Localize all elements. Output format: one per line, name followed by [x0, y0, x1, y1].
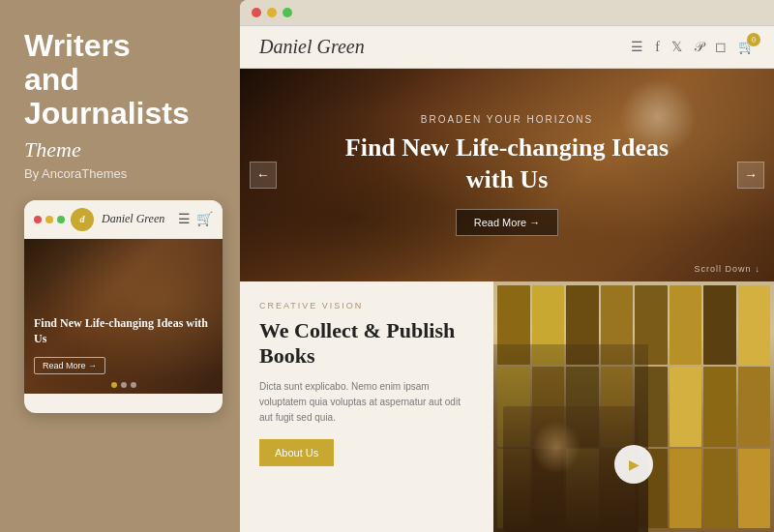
mobile-hero-title: Find New Life-changing Ideas with Us [34, 316, 213, 346]
mobile-hero-overlay: Find New Life-changing Ideas with Us Rea… [34, 316, 213, 373]
content-body-text: Dicta sunt explicabo. Nemo enim ipsam vo… [259, 379, 474, 426]
mobile-read-more-button[interactable]: Read More → [34, 357, 105, 374]
hero-title: Find New Life-changing Ideas with Us [342, 133, 671, 195]
creative-vision-label: CREATIVE VISION [259, 301, 474, 310]
mobile-dot-red [34, 216, 42, 223]
hero-section: BROADEN YOUR HORIZONS Find New Life-chan… [240, 69, 774, 281]
browser-dot-red [252, 8, 261, 17]
mobile-dot-yellow [45, 216, 53, 223]
mobile-hero: Find New Life-changing Ideas with Us Rea… [24, 239, 223, 394]
theme-label: Theme [24, 137, 221, 163]
about-us-button[interactable]: About Us [259, 439, 334, 466]
scroll-down-icon: ↓ [756, 264, 761, 274]
mobile-bottom-dots [111, 382, 136, 388]
cart-icon-wrap[interactable]: 🛒 0 [738, 39, 755, 55]
book-16 [738, 367, 771, 446]
left-panel: Writers and Journalists Theme By AncoraT… [0, 0, 240, 532]
mobile-logo-text: Daniel Green [102, 212, 164, 226]
book-15 [703, 367, 736, 446]
dot-3 [131, 382, 136, 388]
byline: By AncoraThemes [24, 166, 221, 181]
dot-1 [111, 382, 117, 388]
browser-mockup: Daniel Green ☰ f 𝕏 𝒫 ◻ 🛒 0 BROADEN YOUR … [240, 0, 774, 532]
mobile-cart-icon[interactable]: 🛒 [196, 211, 213, 227]
book-22 [670, 449, 702, 528]
book-14 [670, 367, 702, 446]
scroll-down-label: Scroll Down ↓ [694, 264, 760, 274]
hamburger-icon[interactable]: ☰ [631, 39, 643, 55]
facebook-icon[interactable]: f [655, 40, 660, 55]
book-24 [738, 449, 771, 528]
twitter-icon[interactable]: 𝕏 [671, 39, 682, 55]
mobile-topbar: d Daniel Green ☰ 🛒 [24, 200, 223, 239]
mobile-nav-icons: ☰ 🛒 [178, 211, 213, 227]
header-nav: ☰ f 𝕏 𝒫 ◻ 🛒 0 [631, 39, 755, 55]
content-section: CREATIVE VISION We Collect & Publish Boo… [240, 281, 774, 532]
hero-subtitle-label: BROADEN YOUR HORIZONS [421, 114, 594, 125]
content-heading: We Collect & Publish Books [259, 318, 474, 369]
mobile-logo-area: d Daniel Green [65, 208, 178, 231]
content-right-media: ▶ [493, 281, 774, 532]
mobile-preview-card: d Daniel Green ☰ 🛒 Find New Life-changin… [24, 200, 223, 413]
hero-read-more-button[interactable]: Read More → [456, 209, 558, 236]
browser-content: Daniel Green ☰ f 𝕏 𝒫 ◻ 🛒 0 BROADEN YOUR … [240, 26, 774, 532]
pinterest-icon[interactable]: 𝒫 [694, 40, 703, 55]
video-play-button[interactable]: ▶ [614, 445, 653, 484]
mobile-dot-green [57, 216, 65, 223]
book-7 [703, 285, 736, 365]
browser-dot-yellow [267, 8, 277, 17]
hero-overlay: BROADEN YOUR HORIZONS Find New Life-chan… [240, 69, 774, 281]
content-left: CREATIVE VISION We Collect & Publish Boo… [240, 281, 493, 532]
dot-2 [121, 382, 127, 388]
instagram-icon[interactable]: ◻ [715, 39, 727, 55]
mobile-logo-icon: d [71, 208, 94, 231]
site-logo: Daniel Green [259, 36, 365, 58]
book-23 [703, 449, 736, 528]
browser-chrome [240, 0, 774, 26]
book-6 [670, 285, 702, 365]
mobile-menu-icon[interactable]: ☰ [178, 211, 191, 227]
cart-badge: 0 [747, 33, 760, 46]
book-8 [738, 285, 771, 365]
hero-prev-arrow[interactable]: ← [250, 162, 277, 189]
browser-dot-green [283, 8, 292, 17]
hero-next-arrow[interactable]: → [737, 162, 764, 189]
site-header: Daniel Green ☰ f 𝕏 𝒫 ◻ 🛒 0 [240, 26, 774, 69]
mobile-dots [34, 216, 65, 223]
main-title: Writers and Journalists [24, 29, 221, 132]
